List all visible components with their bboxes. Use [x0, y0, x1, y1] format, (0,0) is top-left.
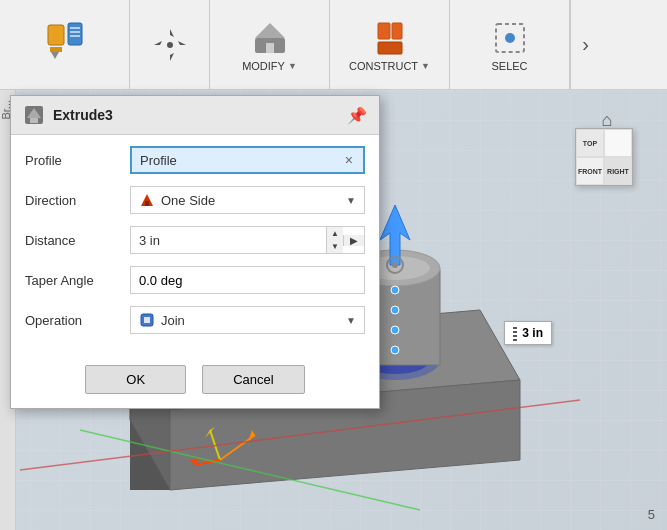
- svg-marker-8: [170, 47, 174, 61]
- profile-input[interactable]: Profile ×: [130, 146, 365, 174]
- form-row-distance: Distance 3 in ▲ ▼ ▶: [25, 225, 365, 255]
- svg-rect-6: [70, 35, 80, 37]
- modify-icon: [250, 18, 290, 58]
- svg-point-11: [167, 42, 173, 48]
- edit-icon[interactable]: [40, 15, 90, 75]
- direction-label: Direction: [25, 193, 130, 208]
- profile-label: Profile: [25, 153, 130, 168]
- toolbar-move[interactable]: [130, 0, 210, 89]
- operation-label: Operation: [25, 313, 130, 328]
- svg-marker-13: [255, 23, 285, 38]
- svg-rect-15: [378, 23, 390, 39]
- svg-marker-7: [170, 29, 174, 43]
- svg-rect-48: [30, 118, 38, 123]
- construct-icon: [370, 18, 410, 58]
- extrude-dialog: Extrude3 📌 Profile Profile × Direction: [10, 95, 380, 409]
- toolbar: MODIFY ▼ CONSTRUCT ▼ SELEC ›: [0, 0, 667, 90]
- direction-value: One Side: [139, 192, 215, 208]
- cube-face-front[interactable]: FRONT: [576, 157, 604, 185]
- toolbar-next-arrow[interactable]: ›: [570, 0, 600, 89]
- direction-dropdown-arrow: ▼: [346, 195, 356, 206]
- svg-rect-52: [144, 317, 150, 323]
- cube-face-right[interactable]: RIGHT: [604, 157, 632, 185]
- construct-label: CONSTRUCT ▼: [349, 60, 430, 72]
- direction-control: One Side ▼: [130, 186, 365, 214]
- move-icon: [150, 25, 190, 65]
- dialog-buttons: OK Cancel: [11, 355, 379, 408]
- distance-input[interactable]: 3 in ▲ ▼ ▶: [130, 226, 365, 254]
- operation-control: Join ▼: [130, 306, 365, 334]
- distance-up-btn[interactable]: ▲: [327, 227, 343, 240]
- distance-stripe: [513, 325, 517, 341]
- svg-rect-5: [70, 31, 80, 33]
- distance-stepper[interactable]: ▲ ▼: [326, 227, 343, 253]
- svg-point-32: [391, 326, 399, 334]
- svg-point-19: [505, 33, 515, 43]
- operation-select[interactable]: Join ▼: [130, 306, 365, 334]
- profile-clear-button[interactable]: ×: [343, 152, 355, 168]
- svg-point-31: [391, 346, 399, 354]
- operation-value: Join: [139, 312, 185, 328]
- svg-point-33: [391, 306, 399, 314]
- form-row-taper: Taper Angle 0.0 deg: [25, 265, 365, 295]
- direction-select[interactable]: One Side ▼: [130, 186, 365, 214]
- operation-icon: [139, 312, 155, 328]
- direction-icon: [139, 192, 155, 208]
- svg-rect-17: [378, 42, 402, 54]
- construct-dropdown-arrow: ▼: [421, 61, 430, 71]
- pin-icon[interactable]: 📌: [347, 106, 367, 125]
- dialog-title-row: Extrude3: [23, 104, 113, 126]
- navigation-cube[interactable]: ⌂ TOP FRONT RIGHT: [567, 110, 647, 190]
- svg-rect-16: [392, 23, 402, 39]
- svg-rect-50: [145, 201, 149, 206]
- cube-body[interactable]: TOP FRONT RIGHT: [575, 128, 633, 186]
- toolbar-construct[interactable]: CONSTRUCT ▼: [330, 0, 450, 89]
- svg-rect-1: [50, 47, 62, 52]
- svg-marker-2: [51, 52, 59, 59]
- taper-label: Taper Angle: [25, 273, 130, 288]
- distance-expand-btn[interactable]: ▶: [343, 235, 364, 246]
- modify-dropdown-arrow: ▼: [288, 61, 297, 71]
- distance-badge: 3 in: [504, 321, 552, 345]
- distance-control: 3 in ▲ ▼ ▶: [130, 226, 365, 254]
- form-row-direction: Direction One Side ▼: [25, 185, 365, 215]
- toolbar-modify[interactable]: MODIFY ▼: [210, 0, 330, 89]
- form-row-profile: Profile Profile ×: [25, 145, 365, 175]
- dialog-header: Extrude3 📌: [11, 96, 379, 135]
- svg-point-34: [391, 286, 399, 294]
- svg-rect-14: [266, 43, 274, 53]
- taper-input[interactable]: 0.0 deg: [130, 266, 365, 294]
- toolbar-left-icons: [0, 0, 130, 89]
- select-label: SELEC: [491, 60, 527, 72]
- corner-number: 5: [648, 507, 655, 522]
- svg-rect-0: [48, 25, 64, 45]
- profile-value: Profile: [140, 153, 177, 168]
- cube-face-top[interactable]: TOP: [576, 129, 604, 157]
- dialog-title: Extrude3: [53, 107, 113, 123]
- taper-control: 0.0 deg: [130, 266, 365, 294]
- distance-value: 3 in: [131, 230, 326, 251]
- dialog-title-icon: [23, 104, 45, 126]
- svg-rect-4: [70, 27, 80, 29]
- ok-button[interactable]: OK: [85, 365, 186, 394]
- operation-dropdown-arrow: ▼: [346, 315, 356, 326]
- modify-label: MODIFY ▼: [242, 60, 297, 72]
- select-icon: [490, 18, 530, 58]
- form-row-operation: Operation Join ▼: [25, 305, 365, 335]
- cube-face-empty: [604, 129, 632, 157]
- dialog-body: Profile Profile × Direction One: [11, 135, 379, 355]
- cancel-button[interactable]: Cancel: [202, 365, 304, 394]
- svg-rect-3: [68, 23, 82, 45]
- distance-down-btn[interactable]: ▼: [327, 240, 343, 253]
- distance-label: Distance: [25, 233, 130, 248]
- svg-point-37: [392, 262, 398, 268]
- profile-control: Profile ×: [130, 146, 365, 174]
- toolbar-select[interactable]: SELEC: [450, 0, 570, 89]
- svg-marker-9: [154, 41, 168, 45]
- svg-marker-10: [172, 41, 186, 45]
